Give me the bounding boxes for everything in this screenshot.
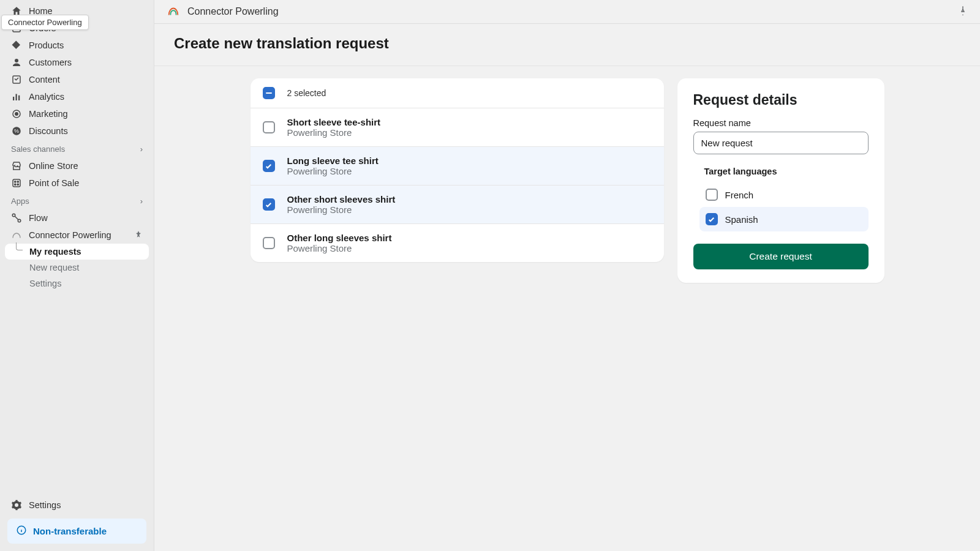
nav-connector-powerling[interactable]: Connector Powerling: [5, 227, 149, 244]
nav-my-requests[interactable]: My requests: [5, 244, 149, 260]
nav-label: Online Store: [29, 161, 78, 171]
nav-label: Flow: [29, 213, 48, 223]
badge-label: Non-transferable: [33, 526, 107, 536]
non-transferable-badge[interactable]: Non-transferable: [7, 519, 146, 544]
product-store: Powerling Store: [287, 204, 396, 215]
nav-label: Marketing: [29, 109, 68, 119]
sidebar-bottom: Settings Non-transferable: [0, 492, 154, 551]
gear-icon: [11, 500, 22, 511]
main: Connector Powerling Create new translati…: [154, 0, 980, 551]
nav-label: Analytics: [29, 92, 64, 102]
product-row[interactable]: Other short sleeves shirt Powerling Stor…: [251, 186, 664, 224]
target-languages-label: Target languages: [704, 167, 869, 176]
channels-header[interactable]: Sales channels ›: [0, 140, 154, 157]
create-request-button[interactable]: Create request: [693, 244, 869, 269]
request-name-label: Request name: [693, 118, 869, 128]
product-row[interactable]: Other long sleeves shirt Powerling Store: [251, 224, 664, 262]
product-checkbox[interactable]: [263, 237, 275, 249]
product-store: Powerling Store: [287, 243, 392, 253]
product-store: Powerling Store: [287, 166, 379, 176]
nav-new-request[interactable]: New request: [5, 260, 149, 276]
nav-content[interactable]: Content: [5, 71, 149, 88]
product-title: Other long sleeves shirt: [287, 233, 392, 243]
svg-rect-3: [13, 97, 14, 100]
nav-app-settings[interactable]: Settings: [5, 276, 149, 291]
language-item-french[interactable]: French: [699, 182, 869, 207]
sidebar: Connector Powerling Home Orders Products…: [0, 0, 154, 551]
page-title: Create new translation request: [154, 24, 980, 66]
details-title: Request details: [693, 92, 869, 108]
discounts-icon: %: [11, 126, 22, 137]
svg-point-7: [15, 113, 18, 116]
request-name-input[interactable]: [693, 132, 869, 154]
connector-icon: [11, 230, 22, 241]
store-icon: [11, 160, 22, 171]
marketing-icon: [11, 108, 22, 119]
apps-header[interactable]: Apps ›: [0, 192, 154, 209]
product-row[interactable]: Short sleeve tee-shirt Powerling Store: [251, 108, 664, 147]
svg-point-14: [17, 184, 18, 185]
topbar-title: Connector Powerling: [187, 6, 279, 17]
nav-analytics[interactable]: Analytics: [5, 88, 149, 105]
language-item-spanish[interactable]: Spanish: [699, 207, 869, 231]
nav-settings[interactable]: Settings: [5, 497, 149, 514]
product-checkbox[interactable]: [263, 121, 275, 133]
svg-rect-5: [18, 96, 20, 100]
language-list: French Spanish: [699, 182, 869, 231]
product-title: Short sleeve tee-shirt: [287, 117, 381, 127]
nav-label: Content: [29, 75, 60, 84]
nav-label: Connector Powerling: [29, 230, 111, 240]
svg-point-12: [17, 181, 18, 182]
svg-point-1: [15, 59, 18, 62]
nav-pos[interactable]: Point of Sale: [5, 174, 149, 192]
nav-app-subtree: My requests New request Settings: [0, 244, 154, 291]
select-all-checkbox[interactable]: [263, 87, 275, 99]
nav-discounts[interactable]: % Discounts: [5, 122, 149, 140]
language-label: Spanish: [725, 214, 758, 225]
nav-label: Settings: [29, 500, 61, 510]
nav-apps: Flow Connector Powerling: [0, 209, 154, 244]
info-icon: [16, 525, 27, 538]
svg-rect-10: [13, 179, 20, 187]
product-row[interactable]: Long sleeve tee shirt Powerling Store: [251, 147, 664, 186]
pin-icon[interactable]: [958, 6, 968, 18]
svg-rect-4: [16, 94, 17, 101]
language-label: French: [725, 190, 754, 200]
chevron-right-icon: ›: [140, 144, 143, 154]
nav-flow[interactable]: Flow: [5, 209, 149, 227]
nav-products[interactable]: Products: [5, 37, 149, 54]
nav-channels: Online Store Point of Sale: [0, 157, 154, 192]
nav-label: Customers: [29, 58, 72, 67]
product-checkbox[interactable]: [263, 160, 275, 172]
list-header: 2 selected: [251, 78, 664, 108]
products-icon: [11, 40, 22, 51]
nav-label: Point of Sale: [29, 178, 79, 188]
selected-count: 2 selected: [287, 88, 326, 98]
request-details-card: Request details Request name Target lang…: [677, 78, 884, 283]
channels-header-label: Sales channels: [11, 144, 65, 154]
product-list-card: 2 selected Short sleeve tee-shirt Powerl…: [251, 78, 664, 262]
customers-icon: [11, 57, 22, 68]
product-title: Other short sleeves shirt: [287, 194, 396, 204]
product-title: Long sleeve tee shirt: [287, 156, 379, 166]
language-checkbox[interactable]: [706, 213, 718, 225]
nav-label: Discounts: [29, 126, 68, 136]
sidebar-tooltip: Connector Powerling: [1, 15, 89, 30]
nav-customers[interactable]: Customers: [5, 54, 149, 71]
product-checkbox[interactable]: [263, 198, 275, 211]
nav-online-store[interactable]: Online Store: [5, 157, 149, 174]
app-logo-icon: [167, 5, 180, 18]
pos-icon: [11, 178, 22, 189]
nav-label: Products: [29, 40, 64, 50]
apps-header-label: Apps: [11, 197, 29, 206]
content-icon: [11, 74, 22, 85]
product-store: Powerling Store: [287, 127, 381, 138]
svg-point-13: [15, 184, 16, 185]
nav-marketing[interactable]: Marketing: [5, 105, 149, 122]
pin-icon[interactable]: [134, 230, 143, 241]
chevron-right-icon: ›: [140, 197, 143, 206]
content: 2 selected Short sleeve tee-shirt Powerl…: [154, 66, 980, 295]
svg-point-11: [15, 181, 16, 182]
topbar: Connector Powerling: [154, 0, 980, 24]
language-checkbox[interactable]: [706, 189, 718, 201]
